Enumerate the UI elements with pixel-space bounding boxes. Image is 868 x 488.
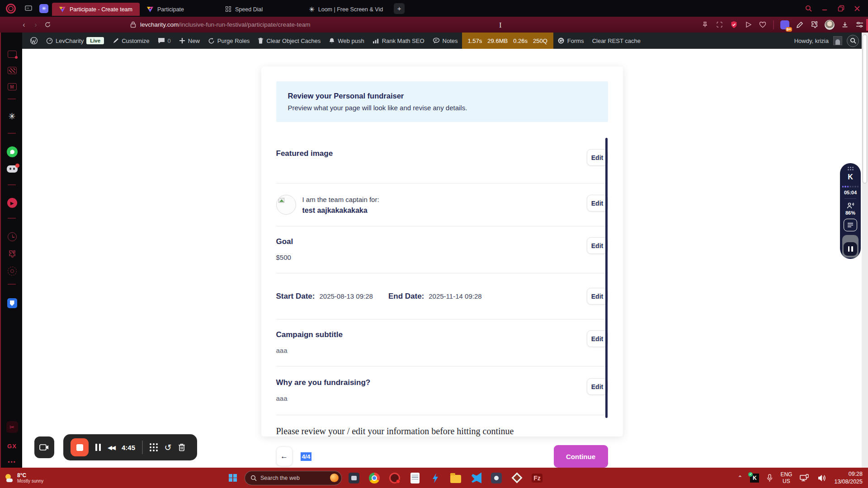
adblock-shield-icon[interactable]	[730, 21, 738, 29]
effects-button[interactable]	[150, 443, 158, 451]
howdy-account-menu[interactable]: Howdy, krizia	[794, 38, 829, 44]
profile-avatar[interactable]	[825, 20, 835, 30]
notepad-icon[interactable]	[409, 472, 421, 484]
tab-loom[interactable]: ✳ Loom | Free Screen & Vid	[302, 3, 390, 16]
restart-recording-button[interactable]: ↺	[165, 443, 172, 452]
gx-logo[interactable]: GX	[1, 443, 23, 450]
edit-subtitle-button[interactable]: Edit	[587, 330, 608, 347]
teams-icon[interactable]	[491, 472, 502, 484]
whatsapp-icon[interactable]	[1, 146, 23, 157]
rewind-button[interactable]: ◀◀	[108, 444, 115, 451]
start-button[interactable]	[224, 468, 242, 488]
user-avatar[interactable]	[833, 36, 842, 45]
panel-notes-icon[interactable]	[1, 51, 23, 58]
snip-tool-icon[interactable]: ✂	[1, 421, 23, 433]
new-content-menu[interactable]: New	[175, 33, 204, 49]
workspace-extension-icon[interactable]: ✳	[39, 4, 48, 13]
play-media-icon[interactable]	[744, 21, 752, 29]
scrollbar-thumb[interactable]	[863, 34, 867, 183]
clear-rest-cache-menu[interactable]: Clear REST cache	[588, 33, 645, 49]
diamond-app-icon[interactable]	[511, 472, 523, 484]
query-monitor-stats[interactable]: 1.57s 29.6MB 0.26s 250Q	[462, 33, 553, 49]
bookmark-heart-icon[interactable]	[759, 21, 767, 29]
notes-script-button[interactable]	[844, 219, 857, 231]
capture-selection-icon[interactable]	[715, 21, 723, 29]
edit-dates-button[interactable]: Edit	[587, 288, 608, 305]
forms-menu[interactable]: Forms	[553, 33, 588, 49]
edit-why-button[interactable]: Edit	[587, 378, 608, 395]
rank-math-menu[interactable]: Rank Math SEO	[368, 33, 429, 49]
mic-tray-icon[interactable]	[767, 474, 773, 482]
web-push-menu[interactable]: Web push	[325, 33, 368, 49]
search-placeholder: Search the web	[260, 475, 326, 481]
comments-menu[interactable]: 0	[154, 33, 175, 49]
vivaldi-logo-icon[interactable]	[6, 4, 16, 14]
panel-media-icon[interactable]	[1, 67, 23, 74]
delete-recording-button[interactable]	[178, 443, 185, 451]
window-panel-icon[interactable]	[24, 4, 33, 13]
customize-menu[interactable]: Customize	[108, 33, 153, 49]
download-icon[interactable]	[841, 21, 849, 29]
network-icon[interactable]	[800, 474, 810, 482]
settings-sliders-icon[interactable]	[855, 21, 863, 29]
panel-mail-icon[interactable]: M	[1, 83, 23, 90]
end-date-label: End Date:	[388, 292, 424, 301]
back-step-button[interactable]: ←	[276, 446, 292, 466]
reload-icon[interactable]	[42, 19, 53, 31]
tray-expand-icon[interactable]: ⌃	[738, 474, 743, 481]
edit-team-button[interactable]: Edit	[587, 195, 608, 211]
camera-toggle-button[interactable]	[34, 436, 54, 458]
card-scrollbar[interactable]	[605, 138, 608, 418]
back-nav-icon[interactable]: ‹	[18, 19, 30, 31]
forward-nav-icon[interactable]: ›	[30, 19, 42, 31]
site-menu-levcharity[interactable]: LevCharity Live	[42, 33, 108, 49]
close-button[interactable]	[854, 5, 861, 12]
media-play-icon[interactable]: ▶	[1, 198, 23, 208]
loom-tray-icon[interactable]: K✓	[750, 474, 759, 483]
more-options-icon[interactable]: •••	[1, 459, 23, 465]
stop-recording-button[interactable]	[71, 438, 89, 456]
tab-speed-dial[interactable]: Speed Dial	[218, 3, 270, 16]
pin-icon[interactable]	[701, 21, 709, 29]
clock[interactable]: 09:28 13/08/2025	[834, 470, 863, 486]
extensions-puzzle-icon[interactable]	[810, 21, 818, 29]
weather-widget[interactable]: 8°C Mostly sunny	[0, 472, 54, 483]
drag-handle-icon[interactable]	[848, 167, 854, 170]
edit-featured-image-button[interactable]: Edit	[587, 149, 608, 166]
continue-button[interactable]: Continue	[554, 445, 608, 468]
pause-button[interactable]	[95, 444, 101, 451]
app-window-icon[interactable]	[348, 472, 360, 484]
bolt-app-icon[interactable]	[429, 472, 441, 484]
recorder-app-icon[interactable]	[389, 472, 401, 484]
purge-roles-menu[interactable]: Purge Roles	[204, 33, 254, 49]
extensions-panel-icon[interactable]	[1, 249, 23, 258]
pause-recording-button[interactable]	[844, 242, 857, 256]
pencil-edit-icon[interactable]	[796, 21, 804, 29]
wp-logo-icon[interactable]	[26, 33, 42, 49]
minimize-button[interactable]	[821, 5, 828, 12]
search-icon[interactable]	[805, 5, 812, 12]
admin-search-icon[interactable]	[847, 35, 859, 47]
maximize-button[interactable]	[837, 5, 844, 12]
notes-menu[interactable]: Notes	[429, 33, 462, 49]
chatgpt-icon[interactable]: ✳	[1, 112, 23, 121]
new-tab-button[interactable]: +	[394, 3, 405, 14]
clear-object-caches-menu[interactable]: Clear Object Caches	[254, 33, 325, 49]
tab-participate[interactable]: Participate	[140, 3, 191, 16]
discord-icon[interactable]	[1, 165, 23, 173]
edit-goal-button[interactable]: Edit	[587, 237, 608, 254]
language-indicator[interactable]: ENGUS	[780, 471, 792, 485]
page-scrollbar[interactable]	[862, 33, 868, 468]
url-field[interactable]: levcharity.com/inclusive-fun-run-festiva…	[130, 21, 310, 28]
filezilla-icon[interactable]: Fz	[531, 472, 543, 484]
settings-gear-icon[interactable]	[1, 267, 23, 276]
chrome-icon[interactable]	[368, 472, 380, 484]
taskbar-search[interactable]: Search the web	[245, 471, 342, 485]
extension-badged-icon[interactable]: 9+	[780, 20, 789, 29]
bitwarden-icon[interactable]	[1, 298, 23, 308]
volume-icon[interactable]	[817, 474, 826, 482]
file-explorer-icon[interactable]	[450, 472, 462, 484]
vscode-icon[interactable]	[470, 472, 482, 484]
history-clock-icon[interactable]	[1, 232, 23, 241]
tab-participate-create-team[interactable]: Participate - Create team	[52, 3, 140, 16]
